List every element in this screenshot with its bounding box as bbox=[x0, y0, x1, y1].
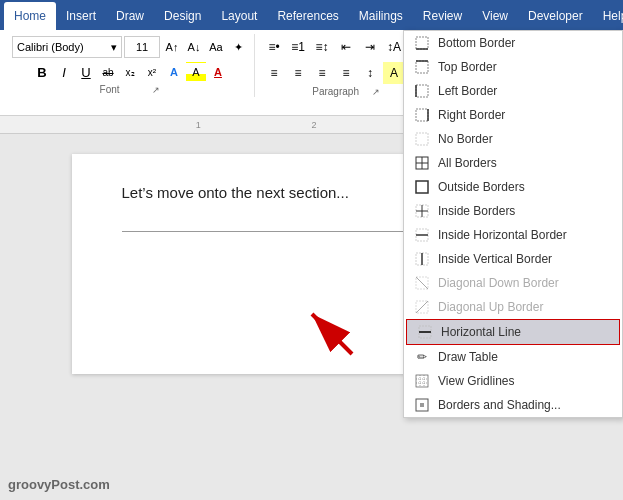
inside-borders-item[interactable]: Inside Borders bbox=[404, 199, 622, 223]
font-row1: Calibri (Body) ▾ 11 A↑ A↓ Aa ✦ bbox=[12, 36, 248, 58]
left-border-label: Left Border bbox=[438, 84, 497, 98]
font-size-label: 11 bbox=[136, 41, 148, 53]
bullets-button[interactable]: ≡• bbox=[263, 36, 285, 58]
red-arrow bbox=[292, 284, 372, 364]
svg-rect-11 bbox=[416, 133, 428, 145]
outside-borders-item[interactable]: Outside Borders bbox=[404, 175, 622, 199]
all-borders-label: All Borders bbox=[438, 156, 497, 170]
horizontal-line-item[interactable]: Horizontal Line bbox=[406, 319, 620, 345]
font-section-label: Font ↗ bbox=[100, 84, 161, 95]
left-border-icon bbox=[414, 83, 430, 99]
multilevel-button[interactable]: ≡↕ bbox=[311, 36, 333, 58]
increase-indent-button[interactable]: ⇥ bbox=[359, 36, 381, 58]
font-section: Calibri (Body) ▾ 11 A↑ A↓ Aa ✦ B I U ab … bbox=[6, 34, 255, 97]
align-left-button[interactable]: ≡ bbox=[263, 62, 285, 84]
bold-button[interactable]: B bbox=[32, 62, 52, 82]
decrease-indent-button[interactable]: ⇤ bbox=[335, 36, 357, 58]
clear-format-button[interactable]: ✦ bbox=[228, 37, 248, 57]
tab-developer[interactable]: Developer bbox=[518, 2, 593, 30]
svg-rect-9 bbox=[416, 109, 428, 121]
inside-h-border-icon bbox=[414, 227, 430, 243]
increase-font-button[interactable]: A↑ bbox=[162, 37, 182, 57]
superscript-button[interactable]: x² bbox=[142, 62, 162, 82]
draw-table-item[interactable]: ✏ Draw Table bbox=[404, 345, 622, 369]
right-border-label: Right Border bbox=[438, 108, 505, 122]
line-spacing-button[interactable]: ↕ bbox=[359, 62, 381, 84]
all-borders-item[interactable]: All Borders bbox=[404, 151, 622, 175]
font-name-selector[interactable]: Calibri (Body) ▾ bbox=[12, 36, 122, 58]
horizontal-line-icon bbox=[417, 324, 433, 340]
decrease-font-button[interactable]: A↓ bbox=[184, 37, 204, 57]
strikethrough-button[interactable]: ab bbox=[98, 62, 118, 82]
tab-references[interactable]: References bbox=[267, 2, 348, 30]
borders-shading-icon bbox=[414, 397, 430, 413]
inside-borders-icon bbox=[414, 203, 430, 219]
tab-draw[interactable]: Draw bbox=[106, 2, 154, 30]
svg-line-37 bbox=[312, 314, 352, 354]
top-border-label: Top Border bbox=[438, 60, 497, 74]
right-border-icon bbox=[414, 107, 430, 123]
left-border-item[interactable]: Left Border bbox=[404, 79, 622, 103]
bottom-border-label: Bottom Border bbox=[438, 36, 515, 50]
font-size-selector[interactable]: 11 bbox=[124, 36, 160, 58]
tab-review[interactable]: Review bbox=[413, 2, 472, 30]
diagonal-up-label: Diagonal Up Border bbox=[438, 300, 543, 314]
svg-rect-7 bbox=[416, 85, 428, 97]
tab-insert[interactable]: Insert bbox=[56, 2, 106, 30]
font-color-button[interactable]: A bbox=[208, 62, 228, 82]
tab-layout[interactable]: Layout bbox=[211, 2, 267, 30]
align-right-button[interactable]: ≡ bbox=[311, 62, 333, 84]
outside-borders-icon bbox=[414, 179, 430, 195]
bottom-border-item[interactable]: Bottom Border bbox=[404, 31, 622, 55]
top-border-item[interactable]: Top Border bbox=[404, 55, 622, 79]
tab-help[interactable]: Help bbox=[593, 2, 623, 30]
diagonal-down-item: Diagonal Down Border bbox=[404, 271, 622, 295]
tab-home[interactable]: Home bbox=[4, 2, 56, 30]
right-border-item[interactable]: Right Border bbox=[404, 103, 622, 127]
ruler-mark-1: 1 bbox=[196, 120, 201, 130]
inside-v-border-icon bbox=[414, 251, 430, 267]
change-case-button[interactable]: Aa bbox=[206, 37, 226, 57]
shading-button[interactable]: A bbox=[383, 62, 405, 84]
italic-button[interactable]: I bbox=[54, 62, 74, 82]
font-dropdown-icon[interactable]: ▾ bbox=[111, 41, 117, 54]
top-border-icon bbox=[414, 59, 430, 75]
draw-table-icon: ✏ bbox=[414, 349, 430, 365]
inside-v-border-item[interactable]: Inside Vertical Border bbox=[404, 247, 622, 271]
inside-h-border-label: Inside Horizontal Border bbox=[438, 228, 567, 242]
diagonal-down-label: Diagonal Down Border bbox=[438, 276, 559, 290]
justify-button[interactable]: ≡ bbox=[335, 62, 357, 84]
watermark: groovyPost.com bbox=[8, 477, 110, 492]
highlight-button[interactable]: A bbox=[186, 62, 206, 82]
text-effect-button[interactable]: A bbox=[164, 62, 184, 82]
inside-h-border-item[interactable]: Inside Horizontal Border bbox=[404, 223, 622, 247]
borders-dropdown: Bottom Border Top Border Left Border Rig… bbox=[403, 30, 623, 418]
svg-line-24 bbox=[416, 277, 428, 289]
svg-rect-29 bbox=[416, 375, 428, 387]
svg-rect-15 bbox=[416, 181, 428, 193]
tab-mailings[interactable]: Mailings bbox=[349, 2, 413, 30]
inside-v-border-label: Inside Vertical Border bbox=[438, 252, 552, 266]
tab-design[interactable]: Design bbox=[154, 2, 211, 30]
borders-shading-item[interactable]: Borders and Shading... bbox=[404, 393, 622, 417]
subscript-button[interactable]: x₂ bbox=[120, 62, 140, 82]
underline-button[interactable]: U bbox=[76, 62, 96, 82]
diagonal-down-icon bbox=[414, 275, 430, 291]
svg-rect-35 bbox=[420, 403, 424, 407]
sort-button[interactable]: ↕A bbox=[383, 36, 405, 58]
paragraph-section-label: Paragraph ↗ bbox=[312, 86, 379, 97]
numbering-button[interactable]: ≡1 bbox=[287, 36, 309, 58]
no-border-item[interactable]: No Border bbox=[404, 127, 622, 151]
no-border-label: No Border bbox=[438, 132, 493, 146]
ribbon-tabs: Home Insert Draw Design Layout Reference… bbox=[0, 0, 623, 30]
tab-view[interactable]: View bbox=[472, 2, 518, 30]
view-gridlines-label: View Gridlines bbox=[438, 374, 514, 388]
ruler-mark-2: 2 bbox=[312, 120, 317, 130]
outside-borders-label: Outside Borders bbox=[438, 180, 525, 194]
all-borders-icon bbox=[414, 155, 430, 171]
diagonal-up-item: Diagonal Up Border bbox=[404, 295, 622, 319]
horizontal-line-label: Horizontal Line bbox=[441, 325, 521, 339]
svg-rect-5 bbox=[416, 61, 428, 73]
align-center-button[interactable]: ≡ bbox=[287, 62, 309, 84]
view-gridlines-item[interactable]: View Gridlines bbox=[404, 369, 622, 393]
